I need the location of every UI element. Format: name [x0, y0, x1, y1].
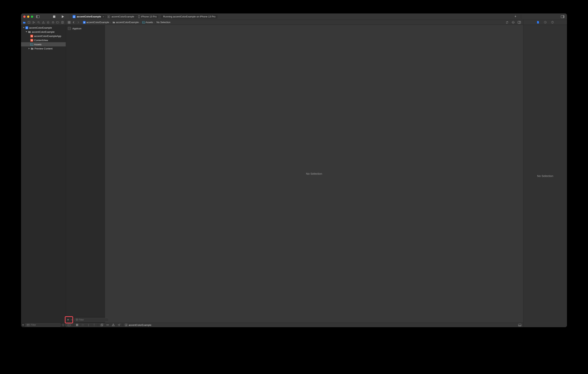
tree-row-root[interactable]: accentColorExample [21, 26, 66, 30]
svg-rect-64 [101, 324, 103, 326]
svg-point-66 [108, 325, 109, 325]
close-window-button[interactable] [23, 16, 26, 18]
tree-row-swift[interactable]: ContentView [21, 38, 66, 42]
recent-filter-icon[interactable] [62, 322, 64, 327]
svg-rect-63 [101, 324, 103, 325]
asset-item-appicon[interactable]: AppIcon [68, 26, 103, 31]
status-text: Running accentColorExample on iPhone 13 … [163, 15, 215, 18]
environment-overrides-icon[interactable] [111, 323, 115, 327]
debug-view-hierarchy-icon[interactable] [100, 323, 104, 327]
svg-point-35 [514, 22, 514, 22]
svg-rect-28 [69, 22, 70, 23]
step-over-icon[interactable] [81, 323, 85, 327]
asset-canvas[interactable]: No Selection [105, 25, 523, 323]
project-tree[interactable]: accentColorExample accentColorExample ac… [21, 25, 66, 323]
scheme-selector[interactable]: accentColorExample accentColorExample › … [71, 14, 159, 19]
find-navigator-icon[interactable] [37, 20, 41, 24]
disclosure-triangle-icon[interactable] [22, 27, 25, 29]
tree-label: Preview Content [34, 47, 52, 50]
svg-point-60 [88, 326, 89, 326]
tree-row-folder[interactable]: Preview Content [21, 46, 66, 51]
xcode-window: accentColorExample accentColorExample › … [21, 13, 567, 327]
symbol-navigator-icon[interactable] [32, 20, 36, 24]
pause-icon[interactable] [75, 323, 79, 327]
related-items-icon[interactable] [67, 20, 71, 25]
debug-navigator-icon[interactable] [51, 20, 55, 24]
step-into-icon[interactable] [87, 323, 90, 327]
scheme-name: accentColorExample [77, 15, 101, 18]
disclosure-triangle-icon[interactable] [25, 31, 27, 33]
issue-navigator-icon[interactable] [41, 20, 45, 24]
crumb-folder[interactable]: accentColorExample › [112, 21, 141, 24]
appicon-icon [68, 27, 71, 30]
svg-point-62 [94, 326, 94, 326]
asset-items[interactable]: AppIcon [66, 25, 105, 317]
history-inspector-icon[interactable] [543, 20, 547, 24]
toggle-debug-area-icon[interactable] [518, 323, 522, 327]
breakpoints-toggle-icon[interactable] [67, 323, 71, 327]
back-button[interactable] [72, 20, 76, 25]
chevron-right-icon: › [136, 15, 136, 18]
tree-row-swift[interactable]: accentColorExampleApp [21, 34, 66, 38]
scheme-target-label: accentColorExample [112, 15, 134, 18]
test-navigator-icon[interactable] [46, 20, 50, 24]
svg-rect-6 [138, 15, 140, 18]
navigator-filter[interactable]: ☰▾ [25, 323, 61, 327]
add-asset-button[interactable]: + [67, 317, 69, 322]
svg-point-13 [33, 23, 33, 23]
stop-button[interactable] [52, 14, 57, 19]
chevron-down-icon [102, 15, 104, 18]
tree-label: accentColorExample [29, 26, 52, 29]
main-body: accentColorExample accentColorExample ac… [21, 25, 567, 327]
debug-memory-icon[interactable] [106, 323, 109, 327]
source-control-navigator-icon[interactable] [27, 20, 31, 24]
report-navigator-icon[interactable] [60, 20, 65, 24]
svg-point-42 [552, 23, 552, 23]
simulate-location-icon[interactable] [117, 323, 121, 327]
debug-process[interactable]: accentColorExample [125, 324, 151, 326]
add-tab-button[interactable]: + [513, 14, 518, 19]
project-navigator-icon[interactable] [22, 20, 26, 24]
svg-rect-25 [68, 21, 69, 22]
zoom-window-button[interactable] [31, 16, 33, 18]
editor-area: AppIcon + − No Selection [66, 25, 523, 327]
help-inspector-icon[interactable] [550, 20, 555, 24]
library-button[interactable] [560, 14, 565, 19]
svg-line-11 [29, 22, 30, 23]
add-editor-icon[interactable] [517, 20, 522, 25]
svg-rect-1 [36, 15, 38, 18]
tree-row-group[interactable]: accentColorExample [21, 30, 66, 34]
editor-options-icon[interactable] [511, 20, 516, 25]
asset-label: AppIcon [72, 27, 82, 30]
breadcrumbs[interactable]: accentColorExample › accentColorExample … [82, 21, 503, 24]
asset-filter[interactable] [74, 318, 109, 322]
titlebar: accentColorExample accentColorExample › … [21, 13, 567, 20]
step-out-icon[interactable] [92, 323, 96, 327]
assets-icon [30, 43, 33, 46]
scope-icon: ☰▾ [26, 324, 30, 326]
project-icon [73, 15, 76, 18]
crumb-assets[interactable]: Assets › [142, 21, 155, 24]
filter-input[interactable] [31, 324, 59, 326]
tree-label: ContentView [34, 39, 48, 42]
svg-rect-68 [112, 325, 113, 326]
crumb-project[interactable]: accentColorExample › [82, 21, 111, 24]
svg-point-4 [74, 16, 74, 17]
activity-status[interactable]: Running accentColorExample on iPhone 13 … [161, 14, 218, 19]
add-button[interactable]: + [22, 322, 24, 327]
crumb-no-selection[interactable]: No Selection [156, 21, 171, 24]
file-inspector-icon[interactable] [536, 20, 540, 24]
remove-asset-button[interactable]: − [71, 317, 73, 322]
toggle-navigator-icon[interactable] [35, 14, 40, 19]
disclosure-triangle-icon[interactable] [28, 47, 30, 50]
minimize-window-button[interactable] [27, 16, 29, 18]
run-button[interactable] [60, 14, 65, 19]
breakpoint-navigator-icon[interactable] [56, 20, 60, 24]
svg-rect-56 [76, 324, 77, 326]
refresh-icon[interactable] [505, 20, 510, 25]
svg-rect-57 [77, 324, 78, 326]
tree-label: accentColorExample [32, 31, 54, 33]
asset-filter-input[interactable] [79, 319, 107, 321]
tree-row-assets[interactable]: Assets [21, 42, 66, 46]
forward-button[interactable] [76, 20, 80, 25]
